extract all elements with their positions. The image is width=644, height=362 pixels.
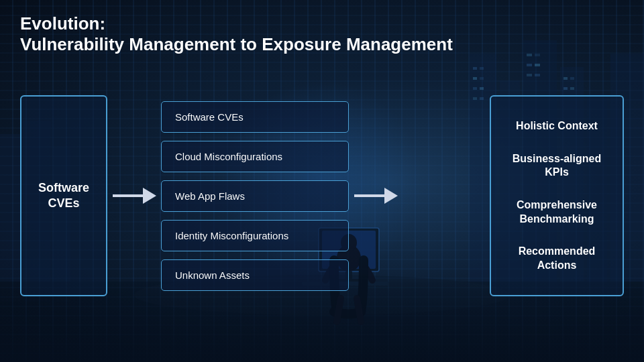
arrow-shape-left: [113, 188, 156, 204]
middle-item-4: Unknown Assets: [161, 259, 349, 291]
middle-item-3: Identity Misconfigurations: [161, 220, 349, 251]
main-content: Evolution: Vulnerability Management to E…: [0, 0, 644, 362]
arrow-left: [107, 188, 161, 204]
right-item-1: Business-aligned KPIs: [508, 152, 606, 180]
right-item-3: Recommended Actions: [508, 245, 606, 273]
title-line2: Vulnerability Management to Exposure Man…: [20, 34, 624, 55]
right-column: Holistic Context Business-aligned KPIs C…: [490, 95, 624, 296]
arrow-shape-right: [354, 188, 398, 204]
middle-item-2: Web App Flaws: [161, 180, 349, 212]
arrow-shaft-right: [354, 194, 384, 197]
title-line1: Evolution:: [20, 13, 624, 34]
right-item-0: Holistic Context: [508, 119, 606, 133]
arrow-head-right: [384, 188, 398, 204]
middle-item-1: Cloud Misconfigurations: [161, 141, 349, 172]
middle-item-0: Software CVEs: [161, 101, 349, 133]
left-box: Software CVEs: [20, 95, 107, 296]
right-item-2: Comprehensive Benchmarking: [508, 198, 606, 227]
left-box-label: Software CVEs: [32, 180, 96, 212]
arrow-head-left: [143, 188, 156, 204]
middle-column: Software CVEs Cloud Misconfigurations We…: [161, 101, 349, 291]
arrow-right: [349, 188, 402, 204]
arrow-shaft-left: [113, 194, 143, 197]
title-section: Evolution: Vulnerability Management to E…: [20, 13, 624, 55]
diagram: Software CVEs Software CVEs Cloud Miscon…: [20, 68, 624, 323]
